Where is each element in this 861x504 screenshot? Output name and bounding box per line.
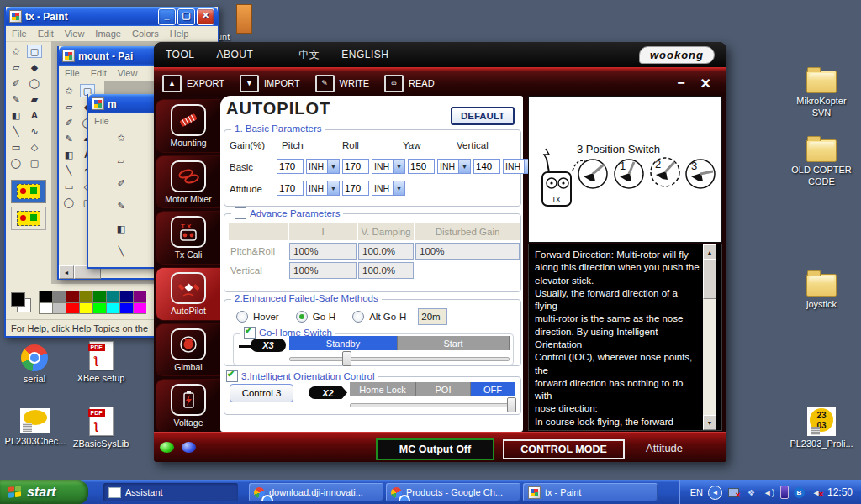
control-3-button[interactable]: Control 3 <box>230 384 293 402</box>
menu-edit[interactable]: Edit <box>91 68 107 78</box>
palette-color-swatch[interactable] <box>39 291 52 302</box>
network-status-icon[interactable]: ✕ <box>727 486 740 498</box>
roundrect-tool-icon[interactable]: ▢ <box>27 156 42 170</box>
bluetooth-icon[interactable]: B <box>794 487 805 498</box>
airbrush-tool-icon[interactable]: ◧ <box>114 222 129 235</box>
basic-vertical-input[interactable] <box>473 159 500 174</box>
start-button[interactable]: start <box>0 480 88 504</box>
basic-roll-combo[interactable]: INH▼ <box>372 159 405 174</box>
read-button[interactable]: ∞READ <box>384 75 435 92</box>
palette-color-swatch[interactable] <box>52 291 66 302</box>
go-home-switch-bar[interactable]: Standby Start <box>289 336 510 350</box>
go-home-slider[interactable] <box>289 357 510 361</box>
go-home-switch-checkbox[interactable] <box>244 327 256 339</box>
line-tool-icon[interactable]: ╲ <box>8 124 24 138</box>
selection-transparent-option[interactable] <box>11 207 46 230</box>
go-home-radio[interactable] <box>296 311 308 323</box>
sidebar-item-gimbal[interactable]: Gimbal <box>156 323 220 377</box>
menu-file[interactable]: File <box>12 29 27 39</box>
battery-icon[interactable] <box>780 486 789 499</box>
menu-colors[interactable]: Colors <box>132 29 159 39</box>
app-minimize-icon[interactable]: − <box>677 76 684 92</box>
taskbar-item-products-chrome[interactable]: Products - Google Ch... <box>386 483 520 501</box>
line-tool-icon[interactable]: ╲ <box>114 244 129 258</box>
minimize-button[interactable]: _ <box>158 8 176 25</box>
menu-image[interactable]: Image <box>95 29 121 39</box>
segment-home-lock[interactable]: Home Lock <box>350 382 416 396</box>
line-tool-icon[interactable]: ╲ <box>61 164 77 177</box>
sidebar-item-autopilot[interactable]: AutoPilot <box>156 267 220 321</box>
palette-color-swatch[interactable] <box>92 291 106 302</box>
palette-color-swatch[interactable] <box>92 302 106 314</box>
picker-tool-icon[interactable]: ✐ <box>61 116 77 129</box>
scrollbar-thumb[interactable] <box>703 259 716 299</box>
title-bar[interactable]: tx - Paint _ ▢ ✕ <box>6 7 218 26</box>
sidebar-item-motor-mixer[interactable]: Motor Mixer <box>156 155 220 209</box>
scroll-up-icon[interactable]: ▲ <box>703 244 716 260</box>
sidebar-item-voltage[interactable]: Voltage <box>156 379 220 433</box>
desktop-icon-old-copter-code[interactable]: OLD COPTER CODE <box>786 139 857 188</box>
attitude-roll-input[interactable] <box>342 181 369 196</box>
desktop-icon-serial[interactable]: serial <box>4 344 65 386</box>
palette-color-swatch[interactable] <box>66 291 79 302</box>
curve-tool-icon[interactable]: ∿ <box>27 124 42 138</box>
desktop-icon-mikrokopter-svn[interactable]: MikroKopter SVN <box>786 71 857 119</box>
basic-pitch-combo[interactable]: INH▼ <box>306 159 340 174</box>
ioc-checkbox[interactable] <box>226 370 238 382</box>
partial-file-icon[interactable] <box>236 4 252 34</box>
ellipse-tool-icon[interactable]: ◯ <box>61 196 77 209</box>
pencil-tool-icon[interactable]: ✎ <box>8 92 24 106</box>
palette-color-swatch[interactable] <box>52 302 66 314</box>
attitude-pitch-input[interactable] <box>277 181 304 196</box>
brush-tool-icon[interactable]: ▰ <box>27 92 42 106</box>
palette-color-swatch[interactable] <box>106 302 119 314</box>
selection-opaque-option[interactable] <box>11 180 46 203</box>
menu-file[interactable]: File <box>65 68 80 78</box>
info-scrollbar[interactable]: ▲ ▼ <box>703 244 716 430</box>
menu-view[interactable]: View <box>118 68 138 78</box>
basic-roll-input[interactable] <box>342 159 369 174</box>
desktop-icon-joystick[interactable]: joystick <box>786 274 857 311</box>
airbrush-tool-icon[interactable]: ◧ <box>8 108 24 122</box>
attitude-pitch-combo[interactable]: INH▼ <box>306 181 340 196</box>
import-button[interactable]: ▼IMPORT <box>240 75 300 92</box>
segment-poi[interactable]: POI <box>416 382 471 396</box>
eraser-tool-icon[interactable]: ▱ <box>8 60 24 74</box>
palette-color-swatch[interactable] <box>106 291 119 302</box>
ellipse-tool-icon[interactable]: ◯ <box>8 156 24 170</box>
eraser-tool-icon[interactable]: ▱ <box>61 100 77 113</box>
menu-file[interactable]: File <box>94 116 109 126</box>
default-button[interactable]: DEFAULT <box>451 107 515 125</box>
basic-yaw-combo[interactable]: INH▼ <box>437 159 471 174</box>
text-tool-icon[interactable]: A <box>27 108 42 122</box>
menu-chinese[interactable]: 中文 <box>298 48 320 62</box>
menu-english[interactable]: ENGLISH <box>341 49 388 60</box>
segment-start[interactable]: Start <box>398 336 510 350</box>
menu-tool[interactable]: TOOL <box>166 49 194 60</box>
taskbar-item-tx-paint[interactable]: tx - Paint <box>523 483 658 501</box>
taskbar-item-download-dji[interactable]: download.dji-innovati... <box>249 483 383 501</box>
sidebar-item-mounting[interactable]: Mounting <box>156 99 220 153</box>
ioc-switch-bar[interactable]: Home Lock POI OFF <box>350 382 515 396</box>
select-tool-icon[interactable]: ▢ <box>27 45 42 58</box>
dropbox-icon[interactable]: ❖ <box>745 486 758 498</box>
ioc-slider[interactable] <box>350 403 516 407</box>
go-home-altitude-field[interactable]: 20m <box>418 308 447 325</box>
write-button[interactable]: ✎WRITE <box>315 75 369 92</box>
sidebar-item-tx-cali[interactable]: T X Tx Cali <box>156 211 220 265</box>
palette-color-swatch[interactable] <box>133 302 146 314</box>
freeform-select-tool-icon[interactable]: ✩ <box>114 131 129 144</box>
desktop-icon-xbee-setup[interactable]: PDFƪ XBee setup <box>69 341 133 385</box>
volume-icon[interactable]: ◄) <box>763 486 775 498</box>
app-close-icon[interactable]: ✕ <box>700 76 711 92</box>
alt-go-home-radio[interactable] <box>352 311 364 323</box>
rectangle-tool-icon[interactable]: ▭ <box>61 180 77 193</box>
taskbar-item-assistant[interactable]: Assistant <box>103 483 238 501</box>
muted-sound-icon[interactable]: ◄✕ <box>810 486 822 498</box>
palette-color-swatch[interactable] <box>133 291 146 302</box>
palette-color-swatch[interactable] <box>39 302 52 314</box>
desktop-icon-zbasicsyslib[interactable]: PDFƪ ZBasicSysLib <box>69 407 133 450</box>
maximize-button[interactable]: ▢ <box>177 8 195 25</box>
current-colors[interactable] <box>8 290 34 315</box>
magnifier-tool-icon[interactable]: ◯ <box>27 76 42 90</box>
